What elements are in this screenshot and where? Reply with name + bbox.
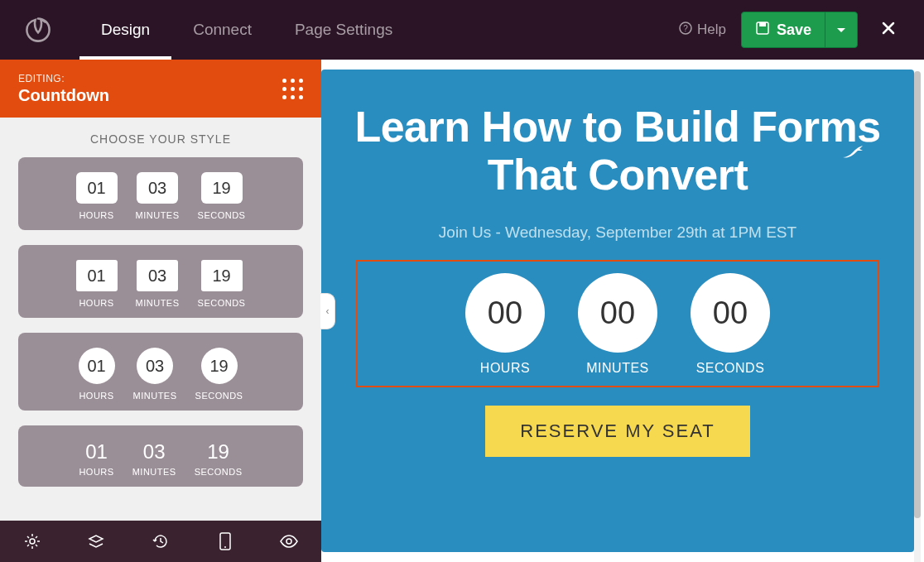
choose-style-heading: CHOOSE YOUR STYLE: [18, 132, 303, 146]
svg-point-7: [286, 539, 291, 544]
save-button[interactable]: Save: [742, 12, 825, 47]
style3-seconds-label: SECONDS: [195, 391, 243, 401]
preview-icon[interactable]: [257, 521, 321, 562]
style4-seconds-value: 19: [195, 440, 243, 464]
countdown-element[interactable]: 00HOURS 00MINUTES 00SECONDS: [356, 260, 879, 387]
cta-button[interactable]: RESERVE MY SEAT: [485, 406, 749, 457]
mobile-preview-icon[interactable]: [193, 521, 257, 562]
subheadline-text[interactable]: Join Us - Wednesday, September 29th at 1…: [341, 223, 894, 242]
style1-seconds-value: 19: [201, 172, 243, 204]
style4-hours-value: 01: [79, 440, 113, 464]
tab-page-settings[interactable]: Page Settings: [273, 0, 414, 60]
style-option-1[interactable]: 01HOURS 03MINUTES 19SECONDS: [18, 157, 303, 230]
style4-seconds-label: SECONDS: [195, 467, 243, 477]
save-dropdown[interactable]: [825, 12, 857, 47]
save-icon: [755, 21, 770, 40]
settings-icon[interactable]: [0, 521, 65, 562]
style3-seconds-value: 19: [201, 348, 238, 384]
headline-text[interactable]: Learn How to Build Forms That Convert: [341, 103, 894, 199]
drag-handle-icon[interactable]: [282, 79, 303, 99]
editing-element-name: Countdown: [18, 86, 109, 105]
style4-minutes-value: 03: [132, 440, 176, 464]
panel-header: EDITING: Countdown: [0, 60, 321, 118]
layers-icon[interactable]: [65, 521, 129, 562]
style3-hours-label: HOURS: [79, 391, 115, 401]
help-icon: ?: [679, 22, 692, 39]
history-icon[interactable]: [128, 521, 193, 562]
collapse-sidebar-handle[interactable]: ‹: [320, 293, 335, 329]
countdown-minutes-label: MINUTES: [578, 361, 657, 376]
app-logo: [23, 15, 53, 45]
countdown-minutes-value: 00: [578, 273, 657, 353]
tab-design[interactable]: Design: [79, 0, 171, 60]
style3-hours-value: 01: [79, 348, 115, 384]
style1-hours-label: HOURS: [76, 210, 118, 220]
close-button[interactable]: [873, 14, 904, 46]
style2-minutes-label: MINUTES: [136, 298, 180, 308]
help-label: Help: [697, 22, 726, 38]
svg-point-6: [224, 546, 226, 548]
style-option-4[interactable]: 01HOURS 03MINUTES 19SECONDS: [18, 425, 303, 487]
cursor-icon: [841, 142, 864, 165]
help-link[interactable]: ? Help: [679, 22, 726, 39]
style1-minutes-value: 03: [137, 172, 178, 204]
style4-minutes-label: MINUTES: [132, 467, 176, 477]
style2-seconds-value: 19: [201, 260, 243, 291]
style2-seconds-label: SECONDS: [198, 298, 246, 308]
svg-rect-3: [759, 22, 766, 26]
style1-minutes-label: MINUTES: [136, 210, 180, 220]
style4-hours-label: HOURS: [79, 467, 113, 477]
style3-minutes-label: MINUTES: [133, 391, 177, 401]
svg-text:?: ?: [683, 24, 688, 33]
svg-point-4: [30, 539, 35, 544]
style2-minutes-value: 03: [137, 260, 178, 291]
style1-hours-value: 01: [76, 172, 118, 204]
style-option-3[interactable]: 01HOURS 03MINUTES 19SECONDS: [18, 333, 303, 411]
tab-connect[interactable]: Connect: [171, 0, 273, 60]
style2-hours-value: 01: [76, 260, 118, 291]
style1-seconds-label: SECONDS: [198, 210, 246, 220]
editing-label: EDITING:: [18, 73, 109, 84]
countdown-hours-value: 00: [465, 273, 545, 353]
countdown-hours-label: HOURS: [465, 361, 545, 376]
style3-minutes-value: 03: [137, 348, 173, 384]
countdown-seconds-value: 00: [691, 273, 770, 353]
countdown-seconds-label: SECONDS: [691, 361, 770, 376]
scrollbar[interactable]: [914, 71, 921, 562]
page-canvas[interactable]: Learn How to Build Forms That Convert Jo…: [321, 70, 914, 552]
style2-hours-label: HOURS: [76, 298, 118, 308]
style-option-2[interactable]: 01HOURS 03MINUTES 19SECONDS: [18, 245, 303, 318]
save-label: Save: [777, 22, 811, 39]
